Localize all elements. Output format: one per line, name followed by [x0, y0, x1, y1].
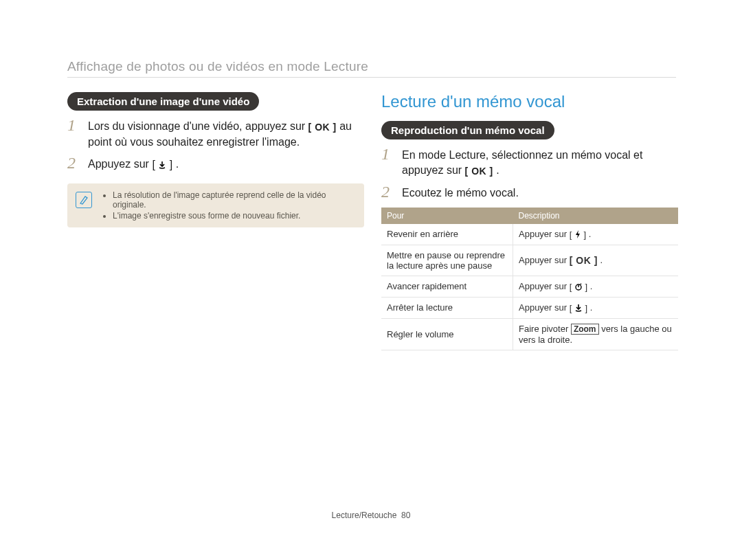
note-icon [76, 192, 92, 208]
left-step-1: 1 Lors du visionnage d'une vidéo, appuye… [67, 119, 364, 150]
cell-text: . [590, 302, 593, 313]
note-item: La résolution de l'image capturée repren… [113, 190, 352, 210]
ok-icon: OK [465, 164, 493, 179]
table-cell: Avancer rapidement [381, 276, 513, 297]
table-row: Revenir en arrière Appuyer sur . [381, 224, 678, 245]
timer-icon [570, 282, 587, 292]
controls-table: Pour Description Revenir en arrière Appu… [381, 208, 678, 350]
table-cell: Appuyer sur OK . [513, 245, 679, 276]
ok-icon: OK [570, 255, 598, 266]
page-footer: Lecture/Retouche 80 [0, 511, 742, 520]
cell-text: . [590, 281, 593, 291]
step-text: Appuyez sur [88, 158, 152, 170]
cell-text: Appuyer sur [519, 229, 570, 239]
note-item: L'image s'enregistre sous forme de nouve… [113, 211, 352, 221]
table-cell: Arrêter la lecture [381, 297, 513, 318]
left-step-2: 2 Appuyez sur . [67, 157, 364, 172]
pill-reproduction: Reproduction d'un mémo vocal [381, 121, 554, 139]
cell-text: . [589, 229, 592, 239]
header-rule [67, 77, 676, 78]
table-cell: Mettre en pause ou reprendre la lecture … [381, 245, 513, 276]
pill-extraction: Extraction d'une image d'une vidéo [67, 92, 259, 111]
step-text: Lors du visionnage d'une vidéo, appuyez … [88, 120, 308, 132]
right-column: Lecture d'un mémo vocal Reproduction d'u… [381, 92, 678, 350]
table-cell: Faire pivoter Zoom vers la gauche ou ver… [513, 318, 679, 350]
step-text: . [176, 158, 179, 170]
step-text: . [496, 164, 499, 176]
cell-text: . [600, 255, 603, 265]
ok-icon: OK [308, 120, 337, 135]
down-icon [570, 303, 587, 313]
table-row: Avancer rapidement Appuyer sur . [381, 276, 678, 297]
right-step-1: 1 En mode Lecture, sélectionnez un mémo … [381, 148, 678, 179]
flash-icon [570, 229, 586, 240]
table-cell: Appuyer sur . [513, 224, 679, 245]
table-cell: Revenir en arrière [381, 224, 513, 245]
step-number: 2 [67, 155, 76, 170]
page-number: 80 [401, 511, 410, 520]
table-header-description: Description [513, 208, 679, 224]
cell-text: Appuyer sur [519, 281, 570, 291]
section-title: Lecture d'un mémo vocal [381, 92, 678, 111]
table-cell: Appuyer sur . [513, 276, 679, 297]
down-icon [152, 157, 172, 172]
page: Affichage de photos ou de vidéos en mode… [0, 0, 742, 560]
table-cell: Appuyer sur . [513, 297, 679, 318]
cell-text: Appuyer sur [519, 302, 570, 313]
cell-text: Appuyer sur [519, 255, 570, 265]
table-row: Régler le volume Faire pivoter Zoom vers… [381, 318, 678, 350]
step-text: En mode Lecture, sélectionnez un mémo vo… [402, 149, 642, 176]
note-list: La résolution de l'image capturée repren… [104, 190, 352, 221]
page-header: Affichage de photos ou de vidéos en mode… [67, 59, 368, 74]
left-column: Extraction d'une image d'une vidéo 1 Lor… [67, 92, 364, 227]
table-cell: Régler le volume [381, 318, 513, 350]
table-header-pour: Pour [381, 208, 513, 224]
table-row: Mettre en pause ou reprendre la lecture … [381, 245, 678, 276]
zoom-label: Zoom [571, 324, 599, 335]
note-box: La résolution de l'image capturée repren… [67, 183, 364, 227]
step-number: 2 [381, 184, 390, 199]
step-number: 1 [67, 117, 76, 133]
step-number: 1 [381, 146, 390, 161]
cell-text: Faire pivoter [519, 324, 571, 334]
table-row: Arrêter la lecture Appuyer sur . [381, 297, 678, 318]
step-text: Ecoutez le mémo vocal. [402, 187, 519, 199]
footer-section: Lecture/Retouche [332, 511, 397, 520]
right-step-2: 2 Ecoutez le mémo vocal. [381, 186, 678, 201]
